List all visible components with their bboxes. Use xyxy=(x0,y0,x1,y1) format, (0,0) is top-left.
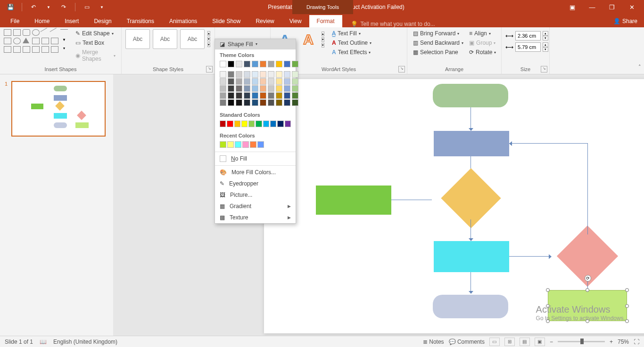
shape[interactable] xyxy=(13,38,21,44)
share-button[interactable]: 👤Share xyxy=(607,15,644,27)
style-scroll-up[interactable]: ▴ xyxy=(207,31,210,36)
color-swatch[interactable] xyxy=(276,92,282,99)
color-swatch[interactable] xyxy=(268,61,274,67)
merge-shapes-button[interactable]: ◉Merge Shapes▾ xyxy=(74,48,117,63)
shape[interactable] xyxy=(41,38,49,44)
color-swatch[interactable] xyxy=(244,92,250,99)
color-swatch[interactable] xyxy=(277,121,283,127)
color-swatch[interactable] xyxy=(220,92,226,99)
color-swatch[interactable] xyxy=(260,85,266,92)
reading-view-button[interactable]: ▤ xyxy=(520,338,530,346)
color-swatch[interactable] xyxy=(252,85,258,92)
shape-styles-launcher[interactable]: ↘ xyxy=(206,66,213,73)
tab-file[interactable]: File xyxy=(3,15,27,27)
color-swatch[interactable] xyxy=(236,85,242,92)
shape-height-input[interactable] xyxy=(515,31,541,40)
color-swatch[interactable] xyxy=(244,85,250,92)
eyedropper-option[interactable]: ✎Eyedropper xyxy=(215,178,296,189)
tab-review[interactable]: Review xyxy=(248,15,281,27)
send-backward-button[interactable]: ▥Send Backward▾ xyxy=(411,39,465,47)
shape[interactable] xyxy=(13,46,21,53)
no-fill-option[interactable]: NNo Fillo Fill xyxy=(215,153,296,164)
tell-me-search[interactable]: 💡Tell me what you want to do... xyxy=(342,21,607,27)
color-swatch[interactable] xyxy=(250,141,256,148)
more-fill-colors-option[interactable]: 🎨More Fill Colors... xyxy=(215,167,296,178)
style-gallery-expand[interactable]: ▾ xyxy=(207,42,210,47)
shape[interactable] xyxy=(4,46,11,53)
shape-width-input[interactable] xyxy=(515,42,541,52)
color-swatch[interactable] xyxy=(248,121,255,127)
wordart-expand[interactable]: ▾ xyxy=(322,43,324,48)
shape-terminator-end[interactable] xyxy=(433,295,508,318)
color-swatch[interactable] xyxy=(284,61,290,67)
shape-terminator-start[interactable] xyxy=(433,84,508,107)
tab-view[interactable]: View xyxy=(282,15,309,27)
color-swatch[interactable] xyxy=(260,99,266,106)
shape-process-green[interactable] xyxy=(316,186,391,215)
color-swatch[interactable] xyxy=(276,71,282,78)
color-swatch[interactable] xyxy=(276,78,282,85)
tab-insert[interactable]: Insert xyxy=(57,15,86,27)
color-swatch[interactable] xyxy=(276,99,282,106)
color-swatch[interactable] xyxy=(244,61,250,67)
shape-tri[interactable] xyxy=(23,38,29,43)
width-down[interactable]: ▾ xyxy=(543,47,548,52)
picture-fill-option[interactable]: 🖼Picture... xyxy=(215,189,296,201)
color-swatch[interactable] xyxy=(256,121,262,127)
color-swatch[interactable] xyxy=(228,85,234,92)
color-swatch[interactable] xyxy=(292,92,298,99)
style-scroll-down[interactable]: ▾ xyxy=(207,37,210,41)
height-up[interactable]: ▴ xyxy=(543,31,548,36)
color-swatch[interactable] xyxy=(236,99,242,106)
shape-style-item[interactable]: Abc xyxy=(153,29,177,49)
color-swatch[interactable] xyxy=(244,71,250,78)
color-swatch[interactable] xyxy=(220,141,226,148)
selection-pane-button[interactable]: ▦Selection Pane xyxy=(411,48,465,56)
shape-gallery[interactable]: ▼ ▾ xyxy=(4,29,69,54)
color-swatch[interactable] xyxy=(257,141,264,148)
shape-process-blue[interactable] xyxy=(434,131,509,156)
color-swatch[interactable] xyxy=(252,71,258,78)
color-swatch[interactable] xyxy=(220,85,226,92)
gradient-fill-option[interactable]: ▦Gradient▶ xyxy=(215,201,296,212)
restore-icon[interactable]: ❐ xyxy=(603,1,620,13)
color-swatch[interactable] xyxy=(284,71,290,78)
shape-style-item[interactable]: Abc xyxy=(180,29,205,49)
color-swatch[interactable] xyxy=(236,78,242,85)
color-swatch[interactable] xyxy=(228,61,234,67)
color-swatch[interactable] xyxy=(285,121,291,127)
slide-canvas[interactable]: ⟳ xyxy=(264,79,644,333)
color-swatch[interactable] xyxy=(284,99,290,106)
start-slideshow-icon[interactable]: ▭ xyxy=(81,1,92,13)
shape-more[interactable]: ▼ xyxy=(60,38,68,44)
shape-style-item[interactable]: Abc xyxy=(125,29,150,49)
normal-view-button[interactable]: ▭ xyxy=(489,338,500,346)
tab-format[interactable]: Format xyxy=(309,15,342,27)
spellcheck-icon[interactable]: 📖 xyxy=(40,339,47,345)
color-swatch[interactable] xyxy=(220,71,226,78)
shape-expand[interactable]: ▾ xyxy=(60,46,68,53)
color-swatch[interactable] xyxy=(292,85,298,92)
save-icon[interactable]: 💾 xyxy=(5,1,16,13)
color-swatch[interactable] xyxy=(252,78,258,85)
wordart-scroll-down[interactable]: ▾ xyxy=(322,37,324,42)
zoom-slider[interactable] xyxy=(558,341,605,342)
shape-style-gallery[interactable]: Abc Abc Abc ▴▾▾ xyxy=(125,29,210,49)
zoom-level[interactable]: 75% xyxy=(618,339,629,345)
color-swatch[interactable] xyxy=(268,99,274,106)
color-swatch[interactable] xyxy=(260,71,266,78)
color-swatch[interactable] xyxy=(276,61,282,67)
color-swatch[interactable] xyxy=(227,141,234,148)
ribbon-display-icon[interactable]: ▣ xyxy=(564,1,581,13)
wordart-scroll-up[interactable]: ▴ xyxy=(322,32,324,36)
zoom-out-button[interactable]: − xyxy=(550,339,553,345)
color-swatch[interactable] xyxy=(220,121,226,127)
color-swatch[interactable] xyxy=(236,71,242,78)
color-swatch[interactable] xyxy=(228,78,234,85)
shape-roundrect[interactable] xyxy=(23,29,30,36)
color-swatch[interactable] xyxy=(284,92,290,99)
color-swatch[interactable] xyxy=(292,78,298,85)
shape-fill-button[interactable]: ◪Shape Fill▾ xyxy=(215,39,296,49)
color-swatch[interactable] xyxy=(268,71,274,78)
collapse-ribbon-icon[interactable]: ˄ xyxy=(638,64,641,70)
